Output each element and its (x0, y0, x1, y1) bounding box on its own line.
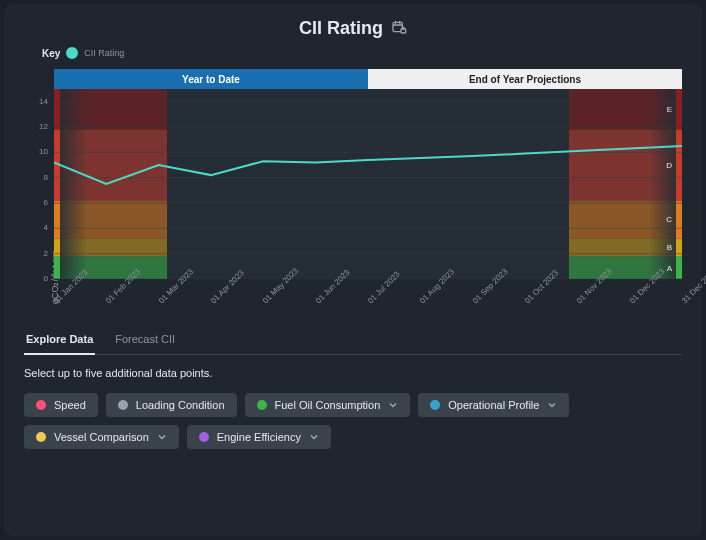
legend: Key CII Rating (42, 47, 682, 59)
chip-label: Speed (54, 399, 86, 411)
rating-band-label: D (666, 161, 672, 170)
cii-rating-card: CII Rating Key CII Rating Year to Date E… (4, 4, 702, 536)
rating-band-label: B (667, 243, 672, 252)
legend-series-name: CII Rating (84, 48, 124, 58)
svg-rect-10 (54, 89, 682, 130)
rating-band-label: A (667, 264, 673, 273)
svg-rect-8 (54, 200, 682, 238)
chip-color-dot (257, 400, 267, 410)
y-tick-label: 8 (44, 173, 48, 182)
chip-engine-efficiency[interactable]: Engine Efficiency (187, 425, 331, 449)
svg-rect-20 (676, 89, 682, 130)
svg-rect-1 (401, 29, 406, 33)
svg-rect-6 (54, 256, 682, 279)
explore-tab-bar: Explore Data Forecast CII (24, 333, 682, 355)
chip-label: Fuel Oil Consumption (275, 399, 381, 411)
chip-speed[interactable]: Speed (24, 393, 98, 417)
title-row: CII Rating (24, 18, 682, 39)
chip-vessel-comparison[interactable]: Vessel Comparison (24, 425, 179, 449)
plot: ABCDE (54, 89, 682, 279)
tab-explore-data[interactable]: Explore Data (24, 333, 95, 355)
chip-color-dot (118, 400, 128, 410)
y-tick-label: 6 (44, 198, 48, 207)
page-title: CII Rating (299, 18, 383, 39)
y-tick-label: 2 (44, 249, 48, 258)
svg-rect-11 (54, 256, 60, 279)
y-axis: 02468101214 (24, 89, 54, 279)
x-axis: 01 Jan 202301 Feb 202301 Mar 202301 Apr … (54, 297, 682, 333)
chip-label: Engine Efficiency (217, 431, 301, 443)
y-tick-label: 14 (39, 97, 48, 106)
svg-rect-18 (676, 200, 682, 238)
chip-color-dot (199, 432, 209, 442)
chip-label: Operational Profile (448, 399, 539, 411)
chip-color-dot (36, 400, 46, 410)
chip-fuel-oil-consumption[interactable]: Fuel Oil Consumption (245, 393, 411, 417)
svg-rect-13 (54, 200, 60, 238)
tab-forecast-cii[interactable]: Forecast CII (113, 333, 177, 354)
chip-label: Loading Condition (136, 399, 225, 411)
chip-loading-condition[interactable]: Loading Condition (106, 393, 237, 417)
chip-label: Vessel Comparison (54, 431, 149, 443)
svg-rect-16 (676, 256, 682, 279)
chevron-down-icon (388, 400, 398, 410)
y-tick-label: 12 (39, 122, 48, 131)
tab-end-of-year-projections[interactable]: End of Year Projections (368, 69, 682, 89)
rating-band-label: C (666, 215, 672, 224)
y-tick-label: 4 (44, 223, 48, 232)
svg-rect-19 (676, 130, 682, 201)
tab-year-to-date[interactable]: Year to Date (54, 69, 368, 89)
chip-color-dot (36, 432, 46, 442)
explore-help-text: Select up to five additional data points… (24, 367, 682, 379)
chip-color-dot (430, 400, 440, 410)
data-point-chip-row: SpeedLoading ConditionFuel Oil Consumpti… (24, 393, 682, 449)
rating-band-label: E (667, 105, 672, 114)
chevron-down-icon (309, 432, 319, 442)
y-tick-label: 0 (44, 274, 48, 283)
chevron-down-icon (547, 400, 557, 410)
chevron-down-icon (157, 432, 167, 442)
svg-rect-9 (54, 130, 682, 201)
chip-operational-profile[interactable]: Operational Profile (418, 393, 569, 417)
svg-rect-15 (54, 89, 60, 130)
chart-area: 02468101214 ABCDE (24, 89, 682, 279)
legend-label: Key (42, 48, 60, 59)
period-tab-bar: Year to Date End of Year Projections (54, 69, 682, 89)
y-tick-label: 10 (39, 147, 48, 156)
legend-swatch (66, 47, 78, 59)
x-tick-label: 31 Dec 2023 (680, 267, 706, 305)
calendar-lock-icon[interactable] (391, 19, 407, 38)
